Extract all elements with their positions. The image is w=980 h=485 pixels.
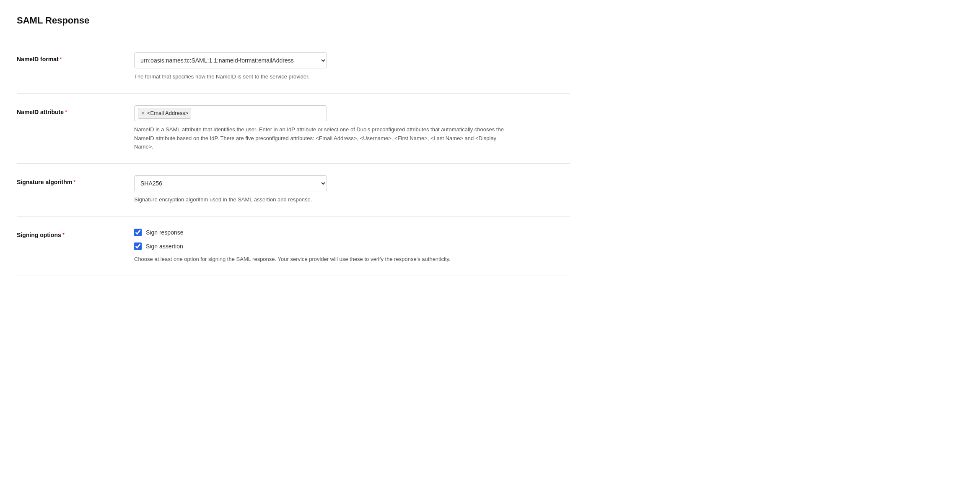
signing-options-help: Choose at least one option for signing t…	[134, 255, 511, 264]
tag-remove-icon[interactable]: ✕	[141, 111, 145, 116]
page-container: SAML Response NameID format* urn:oasis:n…	[0, 0, 587, 289]
nameid-format-field-col: urn:oasis:names:tc:SAML:1.1:nameid-forma…	[134, 52, 570, 81]
signature-algorithm-label: Signature algorithm	[17, 179, 72, 185]
nameid-format-select[interactable]: urn:oasis:names:tc:SAML:1.1:nameid-forma…	[134, 52, 327, 68]
signature-algorithm-select[interactable]: SHA256 SHA1 SHA384 SHA512	[134, 175, 327, 191]
tag-value: <Email Address>	[147, 109, 188, 117]
nameid-format-required: *	[60, 56, 62, 63]
signature-algorithm-field-col: SHA256 SHA1 SHA384 SHA512 Signature encr…	[134, 175, 570, 204]
nameid-format-row: NameID format* urn:oasis:names:tc:SAML:1…	[17, 41, 570, 94]
nameid-attribute-tag: ✕ <Email Address>	[138, 108, 191, 119]
signature-algorithm-label-col: Signature algorithm*	[17, 175, 134, 187]
signing-options-label: Signing options	[17, 232, 61, 238]
sign-response-row: Sign response	[134, 228, 570, 237]
nameid-attribute-row: NameID attribute* ✕ <Email Address> Name…	[17, 94, 570, 164]
signature-algorithm-help: Signature encryption algorithm used in t…	[134, 196, 511, 204]
nameid-attribute-label: NameID attribute	[17, 109, 64, 115]
page-title: SAML Response	[17, 13, 570, 27]
nameid-format-label: NameID format	[17, 56, 59, 63]
sign-assertion-row: Sign assertion	[134, 242, 570, 251]
sign-assertion-checkbox[interactable]	[134, 242, 142, 250]
signing-options-required: *	[62, 232, 65, 238]
nameid-attribute-required: *	[65, 109, 67, 115]
nameid-format-help: The format that specifies how the NameID…	[134, 73, 511, 81]
signing-options-row: Signing options* Sign response Sign asse…	[17, 216, 570, 276]
signing-options-field-col: Sign response Sign assertion Choose at l…	[134, 228, 570, 264]
signature-algorithm-required: *	[73, 179, 75, 185]
nameid-format-label-col: NameID format*	[17, 52, 134, 64]
nameid-attribute-help: NameID is a SAML attribute that identifi…	[134, 125, 511, 151]
signing-options-label-col: Signing options*	[17, 228, 134, 240]
signing-options-checkboxes: Sign response Sign assertion	[134, 228, 570, 251]
sign-response-checkbox[interactable]	[134, 229, 142, 236]
saml-response-form: NameID format* urn:oasis:names:tc:SAML:1…	[17, 41, 570, 276]
sign-response-label: Sign response	[146, 228, 184, 237]
nameid-attribute-label-col: NameID attribute*	[17, 105, 134, 117]
nameid-attribute-field-col: ✕ <Email Address> NameID is a SAML attri…	[134, 105, 570, 151]
nameid-attribute-tag-input[interactable]: ✕ <Email Address>	[134, 105, 327, 121]
sign-assertion-label: Sign assertion	[146, 242, 183, 251]
signature-algorithm-row: Signature algorithm* SHA256 SHA1 SHA384 …	[17, 164, 570, 216]
